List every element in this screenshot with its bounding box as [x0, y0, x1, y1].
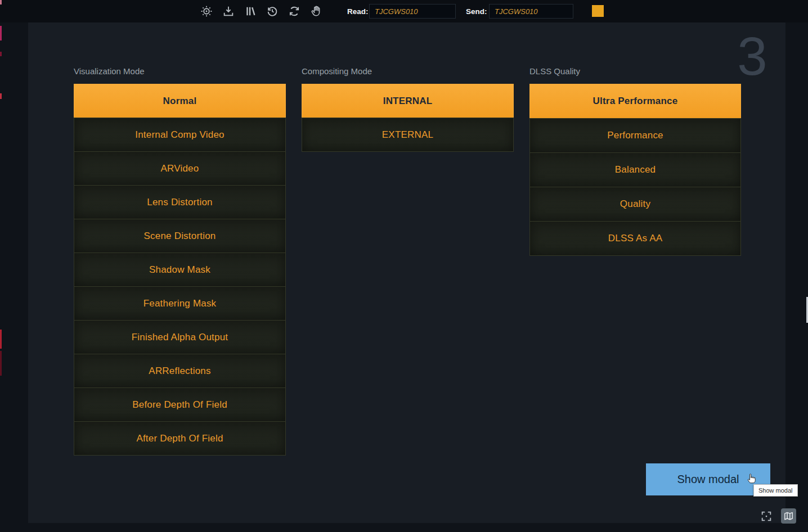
dlss-quality-group: DLSS Quality Ultra Performance Performan… [529, 65, 741, 256]
option-dlss-as-aa[interactable]: DLSS As AA [529, 221, 741, 256]
settings-icon[interactable] [200, 5, 213, 17]
import-icon[interactable] [222, 5, 235, 17]
read-label: Read: [347, 0, 369, 22]
left-edge-artifact [0, 93, 2, 99]
option-lens-distortion[interactable]: Lens Distortion [74, 185, 286, 219]
map-icon[interactable] [781, 508, 796, 524]
option-normal[interactable]: Normal [74, 84, 286, 118]
pan-hand-icon[interactable] [310, 5, 322, 17]
option-ultra-performance[interactable]: Ultra Performance [529, 84, 741, 119]
topbar: Read: Send: [0, 0, 808, 22]
refresh-icon[interactable] [288, 5, 300, 17]
option-before-depth-of-field[interactable]: Before Depth Of Field [74, 387, 286, 422]
option-after-depth-of-field[interactable]: After Depth Of Field [74, 421, 286, 456]
option-external[interactable]: EXTERNAL [302, 118, 514, 152]
left-edge-artifact [0, 52, 2, 56]
option-arvideo[interactable]: ARVideo [74, 151, 286, 186]
send-input[interactable] [489, 4, 573, 19]
left-edge-artifact [0, 351, 2, 376]
option-balanced[interactable]: Balanced [529, 152, 741, 187]
option-internal-comp-video[interactable]: Internal Comp Video [74, 118, 286, 152]
read-input[interactable] [369, 4, 456, 19]
show-modal-tooltip: Show modal [753, 484, 798, 497]
option-performance[interactable]: Performance [529, 118, 741, 153]
left-edge-artifact [0, 330, 2, 349]
visualization-mode-label: Visualization Mode [74, 65, 286, 78]
option-scene-distortion[interactable]: Scene Distortion [74, 219, 286, 253]
option-internal[interactable]: INTERNAL [302, 84, 514, 118]
history-icon[interactable] [266, 5, 279, 17]
visualization-mode-group: Visualization Mode Normal Internal Comp … [74, 65, 286, 456]
compositing-mode-group: Compositing Mode INTERNAL EXTERNAL [302, 65, 514, 152]
show-modal-button[interactable]: Show modal [646, 463, 770, 495]
dlss-quality-label: DLSS Quality [529, 65, 741, 78]
option-shadow-mask[interactable]: Shadow Mask [74, 253, 286, 287]
option-arreflections[interactable]: ARReflections [74, 354, 286, 388]
toolbar-icons [200, 0, 322, 22]
option-quality[interactable]: Quality [529, 187, 741, 222]
left-edge-artifact [0, 0, 2, 4]
option-feathering-mask[interactable]: Feathering Mask [74, 286, 286, 321]
option-finished-alpha-output[interactable]: Finished Alpha Output [74, 320, 286, 354]
library-icon[interactable] [244, 5, 257, 17]
send-label: Send: [466, 0, 487, 22]
fullscreen-icon[interactable] [760, 510, 773, 522]
left-edge-artifact [0, 26, 2, 40]
status-indicator [592, 5, 604, 17]
compositing-mode-label: Compositing Mode [302, 65, 514, 78]
